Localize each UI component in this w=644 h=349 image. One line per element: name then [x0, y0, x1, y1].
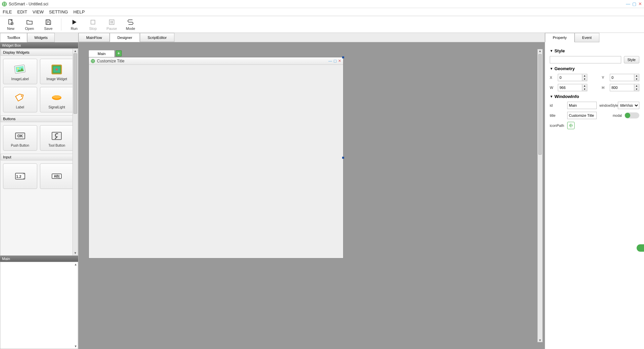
design-tab-main[interactable]: Main: [89, 50, 115, 57]
left-panel: ToolBox Widgets Widget Box Display Widge…: [0, 33, 78, 349]
widget-box: Display Widgets ImageLabel Image Widget …: [0, 48, 78, 256]
style-button[interactable]: Style: [624, 56, 639, 63]
widget-imagelabel[interactable]: ImageLabel: [3, 59, 37, 84]
x-spinner[interactable]: ▲▼: [558, 74, 587, 81]
right-panel: Property Event Style Style Geometry X ▲▼…: [545, 33, 644, 349]
dw-minimize-icon[interactable]: —: [328, 59, 332, 63]
pause-button[interactable]: Pause: [106, 18, 118, 31]
hierarchy-header: Main: [0, 256, 78, 262]
stop-icon: [89, 18, 97, 26]
dw-close-icon[interactable]: ✕: [338, 59, 341, 63]
svg-point-13: [56, 68, 58, 70]
svg-text:1.2: 1.2: [16, 174, 21, 179]
mode-icon: [127, 18, 134, 26]
section-display-widgets[interactable]: Display Widgets: [1, 49, 77, 56]
iconpath-button[interactable]: [567, 122, 575, 129]
modal-toggle[interactable]: [625, 112, 639, 118]
maximize-icon[interactable]: ▢: [632, 1, 636, 6]
svg-text:AB|: AB|: [54, 174, 60, 178]
widget-spinbox[interactable]: 1.2: [3, 163, 37, 189]
section-buttons[interactable]: Buttons: [1, 115, 77, 122]
id-input[interactable]: [567, 102, 597, 109]
label-id: id: [550, 103, 565, 107]
imagelabel-icon: [13, 62, 27, 77]
tab-scripteditor[interactable]: ScriptEditor: [140, 33, 174, 42]
widget-box-header: Widget Box: [0, 42, 78, 48]
mode-button[interactable]: Mode: [124, 18, 137, 31]
run-button[interactable]: Run: [68, 18, 80, 31]
menu-setting[interactable]: SETTING: [49, 9, 68, 14]
svg-rect-6: [111, 21, 111, 23]
tab-mainflow[interactable]: MainFlow: [78, 33, 110, 42]
widget-toolbutton[interactable]: Tool Button: [40, 125, 74, 151]
center-panel: MainFlow Designer ScriptEditor Main + Cu…: [78, 33, 545, 349]
w-spinner[interactable]: ▲▼: [558, 84, 587, 91]
widget-signallight[interactable]: SignalLight: [40, 87, 74, 112]
close-icon[interactable]: ✕: [638, 1, 642, 6]
hierarchy-tree[interactable]: ▲ ▼: [0, 262, 78, 349]
windowstyle-dropdown[interactable]: titleVisia: [618, 102, 639, 109]
save-button[interactable]: Save: [42, 18, 54, 31]
section-style[interactable]: Style: [550, 48, 639, 53]
label-modal: modal: [613, 114, 622, 117]
tab-event[interactable]: Event: [575, 33, 599, 42]
svg-rect-5: [109, 20, 114, 24]
imagewidget-icon: [50, 62, 64, 77]
menu-file[interactable]: FILE: [3, 9, 12, 14]
svg-text:OK: OK: [17, 134, 23, 138]
stop-button[interactable]: Stop: [87, 18, 99, 31]
label-windowstyle: windowStyle: [599, 104, 615, 107]
svg-rect-4: [91, 20, 95, 24]
canvas-scrollbar[interactable]: ▲ ▼: [537, 49, 543, 342]
widget-lineedit[interactable]: AB|: [40, 163, 74, 189]
section-input[interactable]: Input: [1, 154, 77, 160]
tab-designer[interactable]: Designer: [110, 33, 140, 42]
signallight-icon: [50, 91, 64, 105]
add-tab-button[interactable]: +: [116, 50, 122, 56]
design-window-titlebar: Customize Title — ▢ ✕: [89, 57, 343, 65]
svg-point-16: [53, 95, 61, 99]
y-spinner[interactable]: ▲▼: [610, 74, 639, 81]
design-window-logo-icon: [91, 59, 95, 63]
canvas-area[interactable]: Main + Customize Title — ▢ ✕ ▲: [78, 42, 545, 349]
menu-help[interactable]: HELP: [73, 9, 85, 14]
section-geometry[interactable]: Geometry: [550, 66, 639, 71]
svg-rect-3: [47, 22, 50, 24]
label-w: W: [550, 86, 555, 90]
label-iconpath: iconPath: [550, 123, 565, 128]
open-button[interactable]: Open: [23, 18, 36, 31]
save-icon: [45, 18, 52, 26]
menu-view[interactable]: VIEW: [33, 9, 44, 14]
spinbox-icon: 1.2: [13, 169, 27, 183]
tab-widgets[interactable]: Widgets: [27, 33, 55, 42]
resize-handle[interactable]: [342, 157, 344, 159]
tab-property[interactable]: Property: [545, 33, 575, 42]
new-button[interactable]: New: [5, 18, 17, 31]
pause-icon: [108, 18, 115, 26]
h-spinner[interactable]: ▲▼: [610, 84, 639, 91]
float-badge-icon[interactable]: [637, 244, 644, 252]
folder-open-icon: [26, 18, 33, 26]
label-icon: [13, 91, 27, 105]
widget-box-scrollbar[interactable]: ▲ ▼: [72, 49, 78, 255]
label-h: H: [602, 86, 607, 90]
app-logo-icon: [2, 2, 7, 6]
section-windowinfo[interactable]: WindowInfo: [550, 94, 639, 99]
widget-imagewidget[interactable]: Image Widget: [40, 59, 74, 84]
title-input[interactable]: [567, 112, 597, 119]
resize-handle[interactable]: [342, 56, 344, 58]
svg-rect-7: [112, 21, 113, 23]
style-input[interactable]: [550, 56, 621, 63]
minimize-icon[interactable]: —: [626, 1, 630, 6]
new-file-icon: [7, 18, 14, 26]
widget-label[interactable]: Label: [3, 87, 37, 112]
app-title: SciSmart - Untitled.sci: [9, 2, 48, 6]
widget-pushbutton[interactable]: OK Push Button: [3, 125, 37, 151]
toolbar: New Open Save Run Stop Pause Mode: [0, 16, 644, 33]
label-x: X: [550, 76, 555, 80]
tab-toolbox[interactable]: ToolBox: [0, 33, 27, 42]
dw-maximize-icon[interactable]: ▢: [333, 59, 337, 63]
pushbutton-icon: OK: [13, 129, 27, 143]
menu-edit[interactable]: EDIT: [17, 9, 27, 14]
design-window[interactable]: Customize Title — ▢ ✕: [89, 57, 343, 258]
